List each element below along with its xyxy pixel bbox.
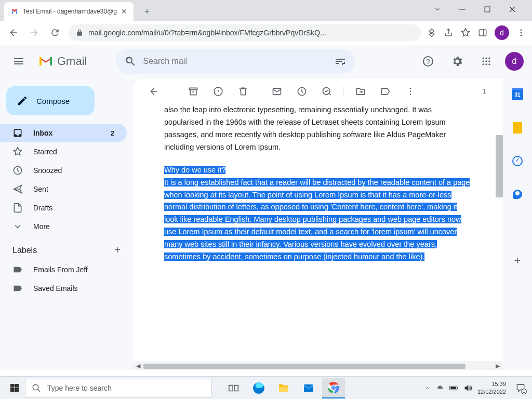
email-paragraph: also the leap into electronic typesettin…: [164, 104, 472, 154]
new-tab-button[interactable]: +: [140, 4, 154, 19]
side-panel: 31 +: [503, 78, 532, 370]
snooze-button[interactable]: [291, 81, 312, 102]
keep-icon[interactable]: [507, 117, 528, 138]
svg-point-15: [483, 63, 484, 65]
email-body[interactable]: also the leap into electronic typesettin…: [133, 104, 503, 362]
address-bar[interactable]: mail.google.com/mail/u/0/?tab=rm&ogbl#in…: [69, 24, 421, 41]
calendar-icon[interactable]: 31: [507, 84, 528, 105]
share-icon[interactable]: [444, 28, 453, 37]
sidebar-item-inbox[interactable]: Inbox 2: [0, 124, 127, 142]
minimize-button[interactable]: [455, 2, 470, 17]
settings-icon[interactable]: [447, 51, 468, 72]
caret-down-icon[interactable]: [430, 2, 445, 17]
sidebar-item-sent[interactable]: Sent: [0, 180, 127, 198]
chrome-icon[interactable]: [322, 378, 345, 398]
labels-button[interactable]: [375, 81, 396, 102]
sidebar-item-more[interactable]: More: [0, 217, 127, 236]
pagination-count: 1: [483, 88, 493, 95]
search-bar[interactable]: [116, 49, 355, 74]
mark-unread-button[interactable]: [267, 81, 287, 102]
back-to-inbox-button[interactable]: [143, 81, 164, 102]
browser-tab[interactable]: Test Email - dagenhamdave30@g ✕: [4, 2, 134, 21]
scroll-left-icon[interactable]: ◀: [134, 362, 142, 370]
scroll-right-icon[interactable]: ▶: [494, 362, 502, 370]
archive-button[interactable]: [183, 81, 204, 102]
sidebar: Compose Inbox 2 Starred Snoozed Sent: [0, 78, 133, 370]
svg-rect-37: [457, 387, 458, 389]
account-avatar[interactable]: d: [505, 52, 524, 71]
svg-point-6: [521, 35, 522, 36]
side-panel-icon[interactable]: [478, 28, 487, 37]
svg-point-24: [410, 94, 411, 95]
gmail-brand-text: Gmail: [57, 55, 87, 68]
svg-point-11: [488, 58, 490, 59]
svg-rect-2: [479, 30, 486, 36]
spam-button[interactable]: [208, 81, 229, 102]
svg-point-35: [332, 386, 335, 389]
delete-button[interactable]: [233, 81, 254, 102]
svg-point-25: [33, 384, 38, 390]
horizontal-scrollbar[interactable]: ◀ ▶: [133, 362, 503, 370]
email-paragraph-highlighted: Why do we use it? It is a long establish…: [164, 164, 472, 263]
notifications-icon[interactable]: 1: [513, 381, 528, 395]
more-button[interactable]: [400, 81, 421, 102]
clock[interactable]: 15:39 12/12/2022: [477, 380, 506, 395]
forward-button[interactable]: [27, 25, 42, 40]
svg-point-5: [521, 32, 522, 34]
compose-button[interactable]: Compose: [6, 86, 95, 115]
vertical-scrollbar[interactable]: [496, 135, 503, 197]
edge-icon[interactable]: [247, 378, 270, 398]
labels-heading: Labels: [12, 246, 37, 255]
bookmark-star-icon[interactable]: [460, 28, 471, 38]
add-on-button[interactable]: +: [507, 250, 528, 271]
tray-expand-icon[interactable]: [424, 385, 431, 391]
battery-icon[interactable]: [449, 385, 459, 391]
add-task-button[interactable]: [316, 81, 337, 102]
svg-point-17: [488, 63, 490, 65]
sidebar-item-starred[interactable]: Starred: [0, 142, 127, 161]
taskbar-search[interactable]: Type here to search: [25, 379, 212, 397]
contacts-icon[interactable]: [507, 184, 528, 205]
gmail-logo[interactable]: Gmail: [37, 53, 87, 70]
back-button[interactable]: [6, 25, 21, 40]
file-explorer-icon[interactable]: [272, 378, 295, 398]
move-to-button[interactable]: [350, 81, 371, 102]
taskbar: Type here to search 15:39 12/12/2022 1: [0, 376, 532, 399]
close-window-button[interactable]: [505, 2, 520, 17]
reload-button[interactable]: [48, 25, 62, 40]
search-input[interactable]: [137, 57, 334, 66]
task-view-icon[interactable]: [222, 378, 245, 398]
lock-icon: [76, 29, 83, 36]
support-icon[interactable]: ?: [418, 51, 438, 72]
mail-icon[interactable]: [297, 378, 320, 398]
extension-diamond-icon[interactable]: [427, 28, 436, 37]
svg-line-26: [37, 389, 40, 392]
onedrive-icon[interactable]: [436, 384, 444, 392]
sidebar-item-drafts[interactable]: Drafts: [0, 198, 127, 217]
svg-text:?: ?: [426, 58, 430, 65]
browser-profile-avatar[interactable]: d: [495, 25, 509, 40]
sidebar-item-snoozed[interactable]: Snoozed: [0, 161, 127, 180]
tasks-icon[interactable]: [507, 151, 528, 171]
svg-point-22: [410, 87, 411, 89]
compose-label: Compose: [36, 97, 70, 105]
scroll-thumb[interactable]: [143, 364, 466, 369]
main-menu-button[interactable]: [8, 51, 29, 72]
svg-point-13: [485, 60, 487, 62]
search-icon[interactable]: [124, 55, 137, 68]
apps-icon[interactable]: [476, 51, 497, 72]
tab-close-icon[interactable]: ✕: [121, 7, 127, 16]
sidebar-label-item[interactable]: Saved Emails: [0, 279, 127, 298]
sidebar-label-item[interactable]: Emails From Jeff: [0, 260, 127, 279]
add-label-icon[interactable]: +: [114, 244, 121, 256]
gmail-favicon-icon: [10, 7, 19, 16]
search-options-icon[interactable]: [334, 55, 347, 68]
start-button[interactable]: [4, 378, 25, 398]
url-text: mail.google.com/mail/u/0/?tab=rm&ogbl#in…: [88, 29, 414, 37]
svg-rect-1: [485, 7, 490, 12]
svg-point-23: [410, 90, 411, 92]
volume-icon[interactable]: [464, 384, 472, 392]
svg-rect-27: [229, 385, 233, 391]
browser-menu-icon[interactable]: [516, 28, 526, 37]
maximize-button[interactable]: [480, 2, 495, 17]
